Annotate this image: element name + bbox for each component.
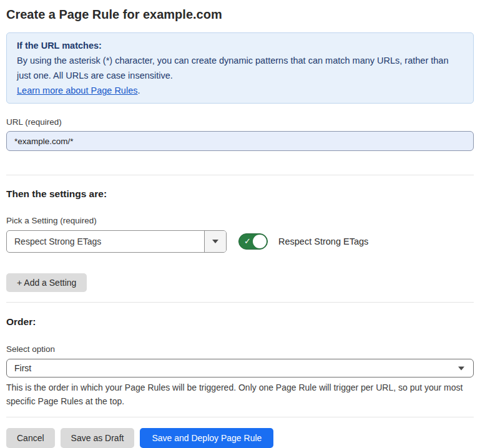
pick-setting-label: Pick a Setting (required) bbox=[6, 216, 474, 226]
url-field-label: URL (required) bbox=[6, 117, 474, 127]
order-help-text: This is the order in which your Page Rul… bbox=[6, 381, 465, 408]
save-as-draft-button[interactable]: Save as Draft bbox=[61, 428, 135, 448]
url-match-info-box: If the URL matches: By using the asteris… bbox=[6, 32, 474, 104]
info-box-body: By using the asterisk (*) character, you… bbox=[17, 53, 463, 83]
page-title: Create a Page Rule for example.com bbox=[6, 0, 474, 22]
setting-select-arrow-button[interactable] bbox=[204, 231, 226, 252]
respect-strong-etags-toggle[interactable]: ✓ bbox=[238, 233, 268, 250]
setting-select[interactable]: Respect Strong ETags bbox=[6, 230, 227, 253]
toggle-knob bbox=[253, 235, 267, 248]
info-box-heading: If the URL matches: bbox=[17, 38, 463, 53]
order-select[interactable]: First bbox=[6, 359, 474, 377]
setting-row: Respect Strong ETags ✓ Respect Strong ET… bbox=[6, 230, 474, 253]
save-and-deploy-button[interactable]: Save and Deploy Page Rule bbox=[140, 428, 273, 448]
caret-down-icon bbox=[212, 240, 218, 243]
cancel-button[interactable]: Cancel bbox=[6, 428, 55, 448]
caret-down-icon bbox=[458, 367, 464, 371]
url-input[interactable] bbox=[6, 131, 474, 151]
divider bbox=[6, 302, 474, 303]
link-period: . bbox=[137, 85, 140, 95]
check-icon: ✓ bbox=[244, 237, 251, 245]
setting-select-value: Respect Strong ETags bbox=[7, 231, 204, 252]
divider bbox=[6, 175, 474, 175]
toggle-label: Respect Strong ETags bbox=[278, 236, 368, 246]
order-select-value: First bbox=[14, 363, 31, 373]
info-box-link-line: Learn more about Page Rules. bbox=[17, 83, 463, 98]
add-setting-button[interactable]: + Add a Setting bbox=[6, 273, 87, 292]
order-select-label: Select option bbox=[6, 344, 474, 354]
learn-more-link[interactable]: Learn more about Page Rules bbox=[17, 85, 137, 95]
order-section-heading: Order: bbox=[6, 316, 474, 328]
settings-section-heading: Then the settings are: bbox=[6, 188, 474, 200]
footer-actions: Cancel Save as Draft Save and Deploy Pag… bbox=[6, 428, 474, 448]
divider bbox=[6, 417, 474, 417]
